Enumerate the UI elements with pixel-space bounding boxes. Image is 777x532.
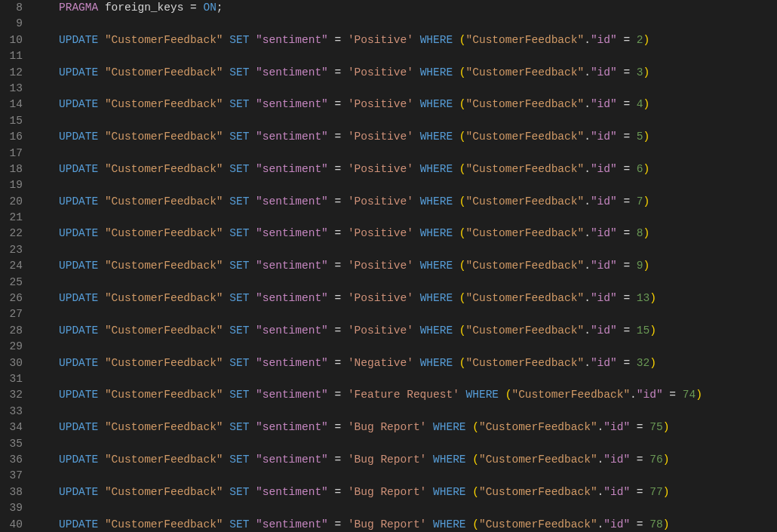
code-line[interactable]	[59, 339, 777, 355]
code-line[interactable]: UPDATE "CustomerFeedback" SET "sentiment…	[59, 420, 777, 435]
code-line[interactable]	[59, 306, 777, 322]
code-line[interactable]	[59, 177, 777, 193]
line-number-gutter: 8910111213141516171819202122232425262728…	[0, 0, 36, 532]
code-line[interactable]: PRAGMA foreign_keys = ON;	[59, 0, 777, 16]
line-number: 40	[0, 517, 23, 533]
code-line[interactable]: UPDATE "CustomerFeedback" SET "sentiment…	[59, 323, 777, 339]
line-number: 24	[0, 258, 23, 274]
line-number: 16	[0, 129, 23, 145]
line-number: 11	[0, 48, 23, 64]
code-line[interactable]: UPDATE "CustomerFeedback" SET "sentiment…	[59, 226, 777, 241]
line-number: 22	[0, 226, 23, 241]
code-line[interactable]: UPDATE "CustomerFeedback" SET "sentiment…	[59, 387, 777, 403]
line-number: 30	[0, 355, 23, 371]
code-line[interactable]	[59, 242, 777, 258]
line-number: 33	[0, 404, 23, 420]
code-line[interactable]: UPDATE "CustomerFeedback" SET "sentiment…	[59, 355, 777, 371]
line-number: 21	[0, 210, 23, 226]
line-number: 29	[0, 339, 23, 355]
code-line[interactable]	[59, 436, 777, 452]
line-number: 9	[0, 16, 23, 32]
code-line[interactable]	[59, 146, 777, 161]
line-number: 19	[0, 177, 23, 193]
code-line[interactable]	[59, 500, 777, 516]
code-line[interactable]	[59, 48, 777, 64]
code-line[interactable]	[59, 16, 777, 32]
code-line[interactable]: UPDATE "CustomerFeedback" SET "sentiment…	[59, 32, 777, 48]
line-number: 17	[0, 146, 23, 161]
line-number: 35	[0, 436, 23, 452]
line-number: 12	[0, 65, 23, 81]
line-number: 27	[0, 306, 23, 322]
code-line[interactable]	[59, 371, 777, 387]
code-content[interactable]: PRAGMA foreign_keys = ON; UPDATE "Custom…	[36, 0, 777, 532]
line-number: 25	[0, 275, 23, 291]
code-line[interactable]: UPDATE "CustomerFeedback" SET "sentiment…	[59, 452, 777, 468]
code-line[interactable]: UPDATE "CustomerFeedback" SET "sentiment…	[59, 97, 777, 112]
line-number: 28	[0, 323, 23, 339]
code-line[interactable]: UPDATE "CustomerFeedback" SET "sentiment…	[59, 65, 777, 81]
line-number: 10	[0, 32, 23, 48]
line-number: 13	[0, 81, 23, 97]
line-number: 23	[0, 242, 23, 258]
code-editor[interactable]: 8910111213141516171819202122232425262728…	[0, 0, 777, 532]
code-line[interactable]	[59, 468, 777, 484]
code-line[interactable]: UPDATE "CustomerFeedback" SET "sentiment…	[59, 194, 777, 210]
code-line[interactable]: UPDATE "CustomerFeedback" SET "sentiment…	[59, 129, 777, 145]
line-number: 32	[0, 387, 23, 403]
line-number: 36	[0, 452, 23, 468]
line-number: 14	[0, 97, 23, 112]
line-number: 18	[0, 161, 23, 177]
line-number: 26	[0, 291, 23, 306]
code-line[interactable]: UPDATE "CustomerFeedback" SET "sentiment…	[59, 258, 777, 274]
code-line[interactable]: UPDATE "CustomerFeedback" SET "sentiment…	[59, 484, 777, 500]
code-line[interactable]: UPDATE "CustomerFeedback" SET "sentiment…	[59, 161, 777, 177]
line-number: 20	[0, 194, 23, 210]
line-number: 15	[0, 113, 23, 129]
code-line[interactable]	[59, 275, 777, 291]
line-number: 38	[0, 484, 23, 500]
line-number: 39	[0, 500, 23, 516]
code-line[interactable]: UPDATE "CustomerFeedback" SET "sentiment…	[59, 291, 777, 306]
line-number: 37	[0, 468, 23, 484]
code-line[interactable]	[59, 81, 777, 97]
code-line[interactable]: UPDATE "CustomerFeedback" SET "sentiment…	[59, 517, 777, 533]
line-number: 8	[0, 0, 23, 16]
code-line[interactable]	[59, 404, 777, 420]
code-line[interactable]	[59, 210, 777, 226]
line-number: 34	[0, 420, 23, 435]
code-line[interactable]	[59, 113, 777, 129]
line-number: 31	[0, 371, 23, 387]
